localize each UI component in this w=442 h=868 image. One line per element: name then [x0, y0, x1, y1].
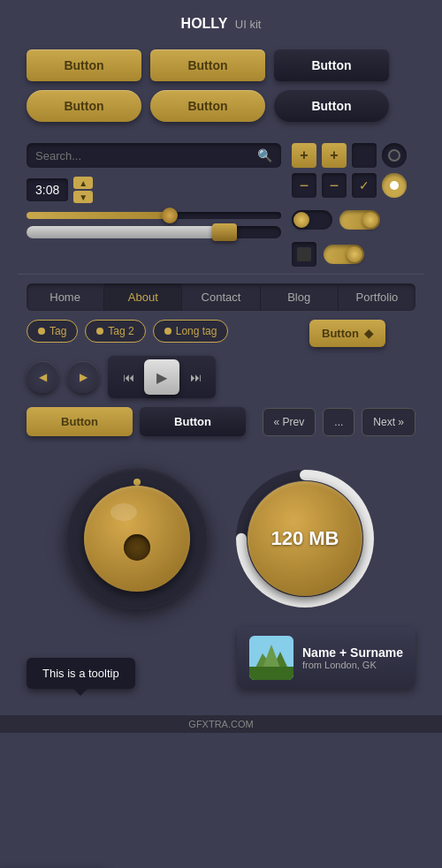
nav-blog[interactable]: Blog	[261, 283, 339, 311]
nav-home[interactable]: Home	[27, 283, 104, 311]
knob-dip	[124, 534, 150, 561]
user-card: Name + Surname from London, GK	[237, 627, 415, 689]
gold-button-2[interactable]: Button	[150, 49, 265, 81]
dropdown-container: Button ◆ Option 1 Option 2 ✓ Option 3	[309, 320, 415, 347]
watermark: GFXTRA.COM	[0, 715, 442, 733]
svg-rect-6	[249, 667, 293, 680]
tag-label-1: Tag	[50, 325, 66, 337]
progress-circle: 120 MB	[234, 468, 376, 609]
btn-2-pagination[interactable]: Button	[140, 407, 246, 436]
sliders-area: 🔍 3:08 ▲ ▼	[27, 143, 281, 245]
nav-about[interactable]: About	[104, 283, 182, 311]
slider-thumb-1[interactable]	[162, 208, 178, 223]
plus-button-2[interactable]: +	[322, 143, 347, 168]
dropdown-label: Button	[322, 327, 359, 340]
dark-pill-button-1[interactable]: Button	[274, 90, 389, 122]
prev-button[interactable]: « Prev	[263, 408, 316, 436]
toggle-2[interactable]	[339, 210, 380, 230]
minus-button-1[interactable]: −	[292, 173, 316, 198]
player-controls: ⏮ ▶ ⏭	[108, 356, 216, 398]
knob-indicator	[133, 479, 141, 486]
minus-button-2[interactable]: −	[322, 173, 347, 198]
nav-contact[interactable]: Contact	[182, 283, 260, 311]
tooltip-text: This is a tooltip	[42, 667, 119, 680]
nav-portfolio[interactable]: Portfolio	[339, 283, 415, 311]
knob-highlight	[110, 503, 137, 521]
next-button[interactable]: Next »	[362, 408, 415, 436]
search-bar: 🔍	[27, 143, 281, 168]
play-button[interactable]: ▶	[144, 359, 179, 395]
slider-track-2	[27, 226, 281, 238]
user-location: from London, GK	[302, 660, 403, 670]
plus-button-1[interactable]: +	[292, 143, 316, 168]
checkbox-1[interactable]: ✓	[352, 173, 377, 198]
avatar-image	[249, 636, 293, 680]
tag-3[interactable]: Long tag	[153, 320, 229, 343]
search-input[interactable]	[35, 149, 257, 162]
bottom-row: This is a tooltip Name + Surname from Lo…	[0, 627, 442, 715]
nav-bar: Home About Contact Blog Portfolio	[27, 283, 415, 311]
time-up-button[interactable]: ▲	[73, 177, 93, 189]
progress-value: 120 MB	[271, 527, 339, 550]
radio-1[interactable]	[382, 143, 407, 168]
toggle-knob-2	[362, 212, 378, 228]
pagination-row: Button Button « Prev ... Next »	[0, 407, 442, 436]
slider-fill-1	[27, 212, 166, 219]
arrow-right-button[interactable]: ▶	[67, 361, 99, 393]
slider-thumb-2[interactable]	[212, 223, 237, 241]
time-display: 3:08	[27, 178, 68, 201]
tooltip: This is a tooltip	[27, 658, 135, 689]
square-toggle-1[interactable]	[292, 242, 316, 267]
tag-2[interactable]: Tag 2	[85, 320, 145, 343]
header: HOLLY UI kit	[0, 0, 442, 42]
app-subtitle: UI kit	[235, 18, 262, 31]
dark-ctrl-1[interactable]	[352, 143, 377, 168]
tag-1[interactable]: Tag	[27, 320, 78, 343]
tags-dropdown-row: Tag Tag 2 Long tag Button ◆ Option 1 Opt…	[0, 320, 442, 347]
gold-pill-button-1[interactable]: Button	[27, 90, 141, 122]
square-toggles-row	[292, 242, 415, 267]
knob-inner	[84, 486, 190, 592]
gold-button-1[interactable]: Button	[27, 49, 141, 81]
fast-forward-button[interactable]: ⏭	[182, 363, 209, 391]
gold-pill-button-2[interactable]: Button	[150, 90, 265, 122]
app-title: HOLLY UI kit	[181, 16, 262, 31]
separator-1	[18, 274, 424, 275]
time-down-button[interactable]: ▼	[73, 191, 93, 203]
controls-section: 🔍 3:08 ▲ ▼ + +	[0, 143, 442, 267]
square-toggle-inner-1	[297, 247, 311, 261]
tag-label-2: Tag 2	[108, 325, 133, 337]
toggle-1[interactable]	[292, 210, 332, 230]
arrow-left-button[interactable]: ◀	[27, 361, 58, 393]
tag-dot-3	[164, 328, 171, 335]
knob-section: 120 MB	[0, 450, 442, 627]
tags-area: Tag Tag 2 Long tag	[27, 320, 301, 343]
player-row: ◀ ▶ ⏮ ▶ ⏭	[0, 356, 442, 398]
search-icon: 🔍	[257, 148, 272, 162]
dots-button[interactable]: ...	[323, 408, 354, 436]
rewind-button[interactable]: ⏮	[115, 363, 141, 391]
slider-1[interactable]	[27, 212, 281, 219]
time-stepper: ▲ ▼	[73, 177, 93, 203]
slider-2[interactable]	[27, 226, 281, 238]
btn-1-pagination[interactable]: Button	[27, 407, 133, 436]
dropdown-button[interactable]: Button ◆	[309, 320, 385, 347]
user-name: Name + Surname	[302, 645, 403, 660]
toggle-3[interactable]	[324, 245, 364, 264]
knob[interactable]	[66, 468, 208, 609]
controls-row-2: − − ✓	[292, 173, 415, 198]
toggles-row	[292, 210, 415, 230]
toggle-knob-1	[293, 212, 309, 228]
dropdown-arrow-icon: ◆	[364, 327, 373, 340]
tag-label-3: Long tag	[176, 325, 217, 337]
slider-track-1	[27, 212, 281, 219]
dark-button-1[interactable]: Button	[274, 49, 389, 81]
radio-inner-1	[388, 149, 400, 162]
app-title-bold: HOLLY	[181, 16, 228, 31]
slider-fill-2	[27, 226, 217, 238]
tag-dot-2	[96, 328, 103, 335]
radio-inner-2	[390, 181, 399, 190]
right-controls: + + − − ✓	[292, 143, 415, 267]
user-avatar	[249, 636, 293, 680]
radio-2[interactable]	[382, 173, 407, 198]
